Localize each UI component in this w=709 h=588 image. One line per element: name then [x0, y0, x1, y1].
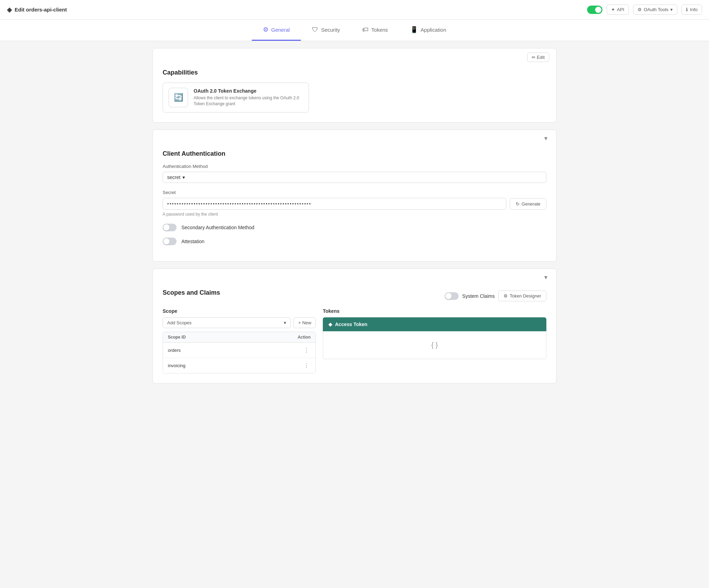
scope-id-header: Scope ID: [168, 335, 186, 340]
token-body: { }: [323, 331, 546, 359]
add-scopes-button[interactable]: Add Scopes ▾: [163, 317, 291, 328]
gear-icon: ⚙: [638, 7, 642, 12]
scope-table-body: orders ⋮ invoicing ⋮: [163, 343, 315, 373]
scope-column-header: Scope: [163, 308, 316, 314]
chevron-down-icon: ▾: [670, 7, 673, 12]
select-chevron-icon: ▾: [182, 175, 185, 180]
new-label: New: [302, 320, 311, 325]
attestation-label: Attestation: [181, 239, 204, 244]
scopes-card: ▾ Scopes and Claims System Claims ⚙ Toke…: [153, 269, 556, 384]
scope-toolbar: Add Scopes ▾ + New: [163, 317, 316, 328]
oauth-tools-label: OAuth Tools: [644, 7, 669, 12]
scope-column: Scope Add Scopes ▾ + New Scope: [163, 308, 316, 373]
client-auth-title: Client Authentication: [163, 150, 546, 157]
tab-tokens[interactable]: 🏷 Tokens: [351, 20, 399, 41]
topbar-left: ◈ Edit orders-api-client: [7, 6, 67, 14]
capability-name: OAuth 2.0 Token Exchange: [194, 88, 303, 94]
system-claims-knob: [445, 293, 452, 299]
scopes-header: Scopes and Claims System Claims ⚙ Token …: [163, 289, 546, 303]
client-auth-collapse-row: ▾: [153, 130, 556, 143]
secret-hint: A password used by the client: [163, 212, 546, 217]
secondary-auth-row: Secondary Authentication Method: [163, 224, 546, 231]
system-claims-toggle[interactable]: [445, 292, 459, 300]
system-claims-label: System Claims: [462, 293, 494, 299]
secret-input[interactable]: [163, 198, 506, 210]
tab-general[interactable]: ⚙ General: [252, 20, 301, 41]
attestation-knob: [163, 238, 170, 245]
oauth-tools-button[interactable]: ⚙ OAuth Tools ▾: [633, 5, 678, 15]
secret-row: ↻ Generate: [163, 198, 546, 210]
edit-label: Edit: [537, 55, 545, 60]
scopes-collapse-row: ▾: [153, 269, 556, 282]
scopes-columns: Scope Add Scopes ▾ + New Scope: [163, 308, 546, 373]
auth-method-select[interactable]: secret ▾: [163, 172, 546, 183]
tabs-bar: ⚙ General 🛡 Security 🏷 Tokens 📱 Applicat…: [0, 20, 709, 41]
secret-label: Secret: [163, 190, 546, 195]
tokens-icon: 🏷: [362, 26, 368, 33]
table-row: invoicing ⋮: [163, 358, 315, 373]
tab-tokens-label: Tokens: [371, 27, 388, 33]
tab-application[interactable]: 📱 Application: [399, 20, 457, 41]
edit-button[interactable]: ✏ Edit: [527, 53, 549, 62]
token-designer-label: Token Designer: [510, 293, 541, 299]
security-icon: 🛡: [312, 26, 318, 33]
scopes-collapse-button[interactable]: ▾: [541, 272, 551, 282]
info-icon: ℹ: [686, 7, 688, 12]
secret-group: Secret ↻ Generate A password used by the…: [163, 190, 546, 217]
token-designer-button[interactable]: ⚙ Token Designer: [498, 291, 546, 301]
general-icon: ⚙: [263, 26, 268, 33]
generate-label: Generate: [522, 201, 540, 207]
topbar: ◈ Edit orders-api-client ✦ API ⚙ OAuth T…: [0, 0, 709, 20]
generate-button[interactable]: ↻ Generate: [510, 198, 546, 210]
auth-method-value: secret: [167, 175, 180, 180]
secondary-auth-toggle[interactable]: [163, 224, 177, 231]
api-icon: ✦: [611, 7, 615, 12]
tab-application-label: Application: [421, 27, 446, 33]
edit-icon: ✏: [532, 55, 536, 60]
system-claims-row: System Claims ⚙ Token Designer: [445, 291, 546, 301]
scope-table-header: Scope ID Action: [163, 332, 315, 343]
app-icon: ◈: [7, 6, 12, 14]
collapse-button[interactable]: ▾: [541, 133, 551, 143]
tokens-column-header: Tokens: [323, 308, 546, 314]
tab-security[interactable]: 🛡 Security: [301, 20, 351, 41]
scopes-body: Scopes and Claims System Claims ⚙ Token …: [153, 282, 556, 383]
client-auth-card: ▾ Client Authentication Authentication M…: [153, 130, 556, 262]
attestation-toggle[interactable]: [163, 238, 177, 245]
token-body-icon: { }: [431, 341, 438, 349]
add-scopes-chevron-icon: ▾: [284, 320, 286, 325]
info-button[interactable]: ℹ Info: [681, 5, 702, 15]
new-button[interactable]: + New: [294, 317, 316, 328]
scope-table: Scope ID Action orders ⋮ invoicing ⋮: [163, 332, 316, 373]
content: ✏ Edit Capabilities 🔄 OAuth 2.0 Token Ex…: [146, 41, 563, 397]
scopes-title: Scopes and Claims: [163, 289, 220, 296]
tab-security-label: Security: [321, 27, 340, 33]
access-token-icon: ◆: [328, 322, 332, 327]
capability-info: OAuth 2.0 Token Exchange Allows the clie…: [194, 88, 303, 107]
scope-id-invoicing: invoicing: [168, 363, 186, 368]
orders-action-menu[interactable]: ⋮: [302, 346, 311, 354]
token-exchange-icon: 🔄: [174, 93, 183, 102]
info-label: Info: [690, 7, 698, 12]
tab-general-label: General: [271, 27, 290, 33]
attestation-row: Attestation: [163, 238, 546, 245]
scope-id-orders: orders: [168, 348, 181, 353]
application-icon: 📱: [410, 26, 418, 33]
capability-icon: 🔄: [169, 88, 188, 107]
capability-item: 🔄 OAuth 2.0 Token Exchange Allows the cl…: [163, 83, 309, 113]
capability-description: Allows the client to exchange tokens usi…: [194, 95, 303, 107]
access-token-header: ◆ Access Token: [323, 317, 546, 331]
table-row: orders ⋮: [163, 343, 315, 358]
api-toggle[interactable]: [587, 6, 602, 14]
auth-method-group: Authentication Method secret ▾: [163, 164, 546, 183]
capabilities-body: Capabilities 🔄 OAuth 2.0 Token Exchange …: [153, 62, 556, 122]
secondary-auth-label: Secondary Authentication Method: [181, 225, 254, 230]
client-auth-body: Client Authentication Authentication Met…: [153, 143, 556, 261]
auth-method-label: Authentication Method: [163, 164, 546, 169]
invoicing-action-menu[interactable]: ⋮: [302, 362, 311, 370]
toggle-knob: [595, 7, 601, 13]
plus-icon: +: [298, 320, 301, 325]
api-button[interactable]: ✦ API: [607, 5, 629, 15]
add-scopes-label: Add Scopes: [167, 320, 192, 325]
capabilities-title: Capabilities: [163, 69, 546, 76]
